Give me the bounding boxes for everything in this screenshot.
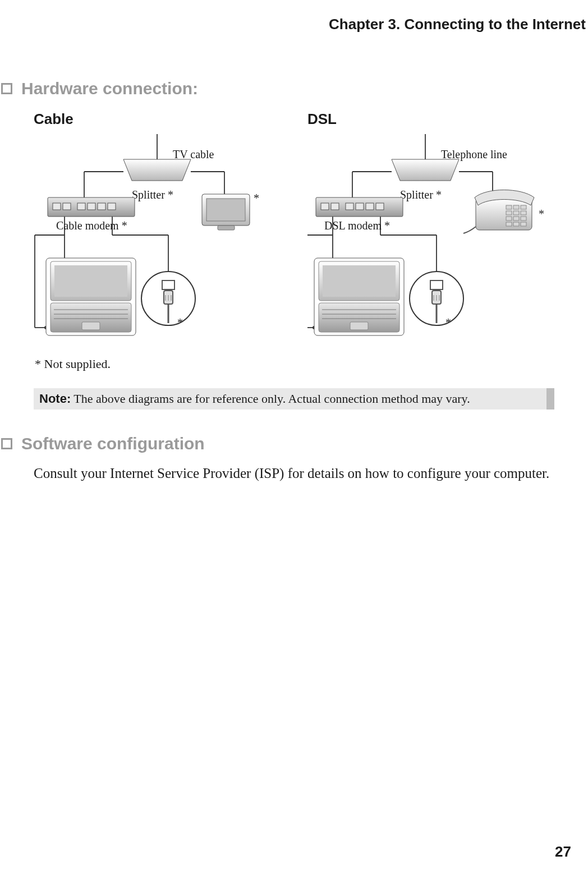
splitter-icon	[123, 159, 191, 181]
page-number: 27	[555, 843, 571, 861]
svg-rect-53	[346, 203, 353, 210]
svg-rect-20	[206, 199, 245, 221]
diagram-cable-heading: Cable	[34, 111, 281, 128]
svg-rect-61	[506, 211, 512, 215]
svg-rect-66	[521, 217, 526, 220]
label-plug-asterisk-dsl: *	[445, 316, 451, 329]
svg-rect-63	[521, 211, 526, 215]
telephone-icon	[463, 190, 534, 234]
svg-rect-54	[356, 203, 364, 210]
note-text: The above diagrams are for reference onl…	[74, 392, 470, 406]
svg-rect-16	[88, 203, 95, 210]
note-label: Note:	[39, 392, 71, 406]
svg-rect-24	[54, 265, 127, 297]
diagram-cable: Cable	[34, 111, 281, 344]
diagram-dsl: DSL	[307, 111, 554, 344]
svg-rect-29	[82, 322, 100, 330]
svg-rect-60	[521, 205, 526, 209]
software-config-body: Consult your Internet Service Provider (…	[34, 463, 554, 484]
svg-rect-67	[506, 222, 512, 226]
svg-rect-56	[376, 203, 384, 210]
svg-rect-64	[506, 217, 512, 220]
svg-rect-62	[513, 211, 519, 215]
diagram-cable-svg: TV cable Splitter *	[34, 131, 281, 344]
svg-rect-69	[521, 222, 526, 226]
section-title-software: Software configuration	[21, 434, 205, 453]
diagram-dsl-svg: Telephone line Splitter *	[307, 131, 554, 344]
svg-rect-52	[331, 203, 339, 210]
label-splitter-dsl: Splitter *	[400, 188, 442, 201]
section-title-hardware: Hardware connection:	[21, 79, 198, 98]
section-bullet-icon	[1, 438, 12, 449]
note-box: Note: The above diagrams are for referen…	[34, 388, 554, 410]
svg-rect-58	[506, 205, 512, 209]
label-dsl-modem: DSL modem *	[324, 219, 390, 232]
svg-rect-18	[108, 203, 116, 210]
diagram-dsl-heading: DSL	[307, 111, 554, 128]
cable-modem-icon	[48, 197, 135, 217]
svg-rect-65	[513, 217, 519, 220]
not-supplied-note: * Not supplied.	[34, 357, 554, 371]
svg-rect-77	[350, 322, 368, 330]
section-software-configuration: Software configuration	[1, 434, 554, 453]
svg-rect-21	[218, 226, 235, 230]
laptop-icon	[314, 258, 404, 335]
dsl-modem-icon	[316, 197, 403, 217]
ethernet-plug-icon	[410, 272, 463, 325]
label-splitter-cable: Splitter *	[132, 188, 173, 201]
label-tv-cable: TV cable	[173, 148, 214, 160]
splitter-icon	[392, 159, 459, 181]
svg-rect-59	[513, 205, 519, 209]
svg-rect-72	[323, 265, 396, 297]
svg-rect-68	[513, 222, 519, 226]
svg-rect-15	[77, 203, 85, 210]
monitor-icon	[202, 194, 250, 230]
laptop-icon	[46, 258, 136, 335]
label-monitor-asterisk: *	[254, 192, 259, 204]
ethernet-plug-icon	[141, 272, 195, 325]
svg-rect-13	[53, 203, 61, 210]
section-bullet-icon	[1, 83, 12, 94]
svg-rect-14	[63, 203, 71, 210]
label-cable-modem: Cable modem *	[56, 219, 127, 232]
chapter-title: Chapter 3. Connecting to the Internet	[0, 16, 588, 33]
svg-rect-17	[98, 203, 105, 210]
section-hardware-connection: Hardware connection:	[1, 79, 554, 98]
svg-rect-51	[321, 203, 329, 210]
label-plug-asterisk-cable: *	[177, 316, 183, 329]
svg-rect-55	[366, 203, 374, 210]
label-phone-asterisk: *	[539, 208, 544, 220]
